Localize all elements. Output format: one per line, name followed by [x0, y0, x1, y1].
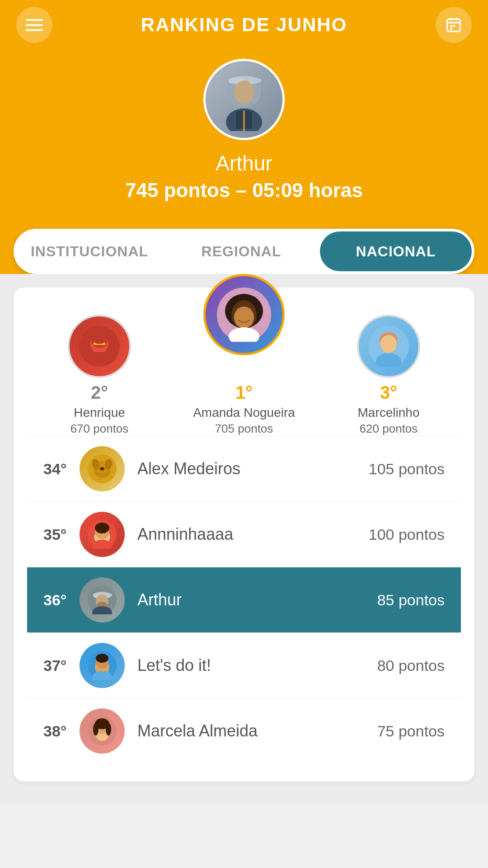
- ranking-name: Arthur: [137, 590, 377, 609]
- tab-regional[interactable]: REGIONAL: [165, 229, 317, 274]
- tab-nacional[interactable]: NACIONAL: [320, 231, 472, 271]
- podium-card: 2° Henrique 670 pontos: [14, 288, 474, 782]
- ranking-row: 37° Let's do it! 80 pontos: [27, 632, 461, 698]
- svg-point-44: [95, 523, 109, 533]
- menu-button[interactable]: [16, 7, 52, 43]
- calendar-icon: [445, 16, 462, 33]
- ranking-name: Alex Medeiros: [137, 459, 369, 478]
- hero-name: Arthur: [216, 151, 272, 175]
- hero-avatar-svg: [217, 68, 271, 131]
- podium-third-name: Marcelinho: [358, 406, 420, 420]
- svg-rect-9: [450, 28, 452, 30]
- svg-rect-34: [380, 355, 397, 364]
- podium-second: 2° Henrique 670 pontos: [27, 315, 172, 436]
- podium-row: 2° Henrique 670 pontos: [27, 288, 461, 436]
- tabs-container: INSTITUCIONAL REGIONAL NACIONAL: [14, 229, 474, 274]
- svg-point-14: [234, 80, 254, 104]
- svg-point-27: [234, 307, 254, 328]
- ranking-name: Annninhaaaa: [137, 525, 369, 544]
- svg-rect-20: [92, 352, 107, 361]
- ranking-position: 37°: [43, 657, 80, 675]
- svg-rect-8: [453, 25, 455, 27]
- header: RANKING DE JUNHO: [0, 0, 488, 50]
- svg-rect-7: [450, 25, 452, 27]
- ranking-name: Let's do it!: [137, 656, 377, 675]
- podium-third: 3° Marcelinho 620 pontos: [316, 315, 461, 436]
- ranking-avatar: [80, 643, 125, 688]
- ranking-row: 34° Alex Medeiros 105 pontos: [27, 436, 461, 501]
- hero-section: Arthur 745 pontos – 05:09 horas: [0, 50, 488, 229]
- ranking-name: Marcela Almeida: [137, 722, 377, 741]
- content-area: 2° Henrique 670 pontos: [0, 274, 488, 804]
- svg-point-23: [92, 331, 107, 344]
- ranking-points: 85 pontos: [377, 591, 445, 609]
- podium-second-name: Henrique: [74, 406, 125, 420]
- podium-first: 1° Amanda Nogueira 705 pontos: [172, 297, 316, 436]
- ranking-row-highlighted: 36° Arthu: [27, 567, 461, 632]
- ranking-avatar: [80, 512, 125, 557]
- svg-rect-1: [26, 24, 43, 26]
- podium-second-points: 670 pontos: [70, 422, 129, 436]
- ranking-points: 75 pontos: [377, 722, 445, 740]
- podium-first-avatar: [203, 274, 285, 355]
- podium-third-points: 620 pontos: [360, 422, 418, 436]
- tab-institucional[interactable]: INSTITUCIONAL: [14, 229, 165, 274]
- podium-second-rank: 2°: [91, 382, 108, 403]
- svg-point-32: [380, 335, 397, 353]
- ranking-position: 34°: [43, 460, 80, 478]
- hero-avatar-image: [206, 61, 282, 138]
- podium-third-avatar: [357, 315, 420, 378]
- ranking-row: 38° Marcela Almeida 75 pontos: [27, 698, 461, 764]
- svg-point-63: [106, 723, 111, 736]
- ranking-list: 34° Alex Medeiros 105 pontos: [27, 436, 461, 764]
- calendar-button[interactable]: [436, 7, 472, 43]
- podium-first-rank: 1°: [235, 382, 253, 403]
- avatar: [203, 59, 285, 140]
- ranking-row: 35° Annninhaaaa 100 pontos: [27, 501, 461, 567]
- svg-rect-0: [26, 19, 43, 21]
- podium-first-points: 705 pontos: [215, 422, 273, 436]
- page-title: RANKING DE JUNHO: [141, 14, 347, 36]
- ranking-points: 80 pontos: [377, 657, 445, 675]
- ranking-position: 36°: [43, 591, 80, 609]
- svg-rect-2: [26, 29, 43, 31]
- svg-point-40: [100, 467, 104, 471]
- ranking-position: 35°: [43, 526, 80, 543]
- ranking-avatar: [80, 577, 125, 623]
- tabs-section: INSTITUCIONAL REGIONAL NACIONAL: [0, 229, 488, 274]
- podium-second-avatar: [68, 315, 131, 378]
- svg-point-56: [96, 654, 108, 663]
- podium-first-name: Amanda Nogueira: [193, 406, 295, 420]
- ranking-points: 100 pontos: [369, 526, 445, 543]
- svg-point-62: [93, 723, 99, 736]
- ranking-avatar: [80, 446, 125, 491]
- podium-third-rank: 3°: [380, 382, 397, 403]
- ranking-avatar: [80, 708, 125, 754]
- ranking-position: 38°: [43, 722, 80, 740]
- hero-stats: 745 pontos – 05:09 horas: [125, 179, 363, 202]
- ranking-points: 105 pontos: [369, 460, 445, 478]
- menu-icon: [26, 16, 43, 33]
